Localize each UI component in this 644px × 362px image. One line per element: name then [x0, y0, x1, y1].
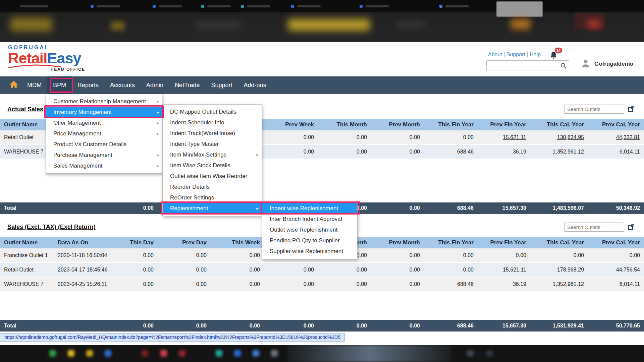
blur-artifact [366, 5, 389, 7]
menu-item-indent-wise-replenishment[interactable]: Indent wise Replenishment [262, 203, 357, 214]
search-outlets-input[interactable] [564, 105, 624, 114]
value-cell: 44,332.81 [588, 130, 644, 144]
expand-report-button[interactable] [628, 223, 635, 231]
menu-item-label: Item Wise Stock Details [170, 162, 230, 169]
menu-item-indent-type-master[interactable]: Indent Type Master [163, 139, 262, 149]
total-value-cell: 0.00 [211, 320, 264, 331]
column-header-this-cal-year[interactable]: This Cal. Year [530, 119, 588, 130]
menu-item-item-wise-stock-details[interactable]: Item Wise Stock Details [163, 160, 262, 171]
taskbar-icon [142, 350, 148, 357]
header-link-about[interactable]: About [488, 52, 502, 57]
menu-item-sales-management[interactable]: Sales Management▸ [46, 161, 162, 171]
value-cell: 0.00 [211, 263, 264, 277]
main-navbar: MDMBPMReportsAccountsAdminNetTradeSuppor… [0, 76, 644, 94]
section-title[interactable]: Actual Sales [7, 106, 43, 113]
column-header-prev-week[interactable]: Prev Week [264, 119, 318, 130]
menu-item-label: Outlet wise Replenishment [270, 227, 337, 233]
menu-item-outlet-wise-replenishment[interactable]: Outlet wise Replenishment [262, 225, 357, 235]
column-header-prev-fin-year[interactable]: Prev Fin Year [478, 119, 530, 130]
column-header-data-as-on[interactable]: Data As On [54, 237, 114, 248]
drilldown-link[interactable]: 6,014.11 [620, 149, 640, 155]
value-cell: 0.00 [424, 248, 478, 262]
tab-favicon [291, 5, 294, 8]
column-header-this-month[interactable]: This Month [318, 119, 371, 130]
blur-artifact [511, 19, 531, 29]
menu-item-product-vs-customer-details[interactable]: Product Vs Customer Details [46, 139, 162, 150]
menu-item-indent-scheduler-info[interactable]: Indent Scheduler Info [163, 117, 262, 128]
user-chip[interactable]: Gofrugaldemo [580, 58, 633, 70]
browser-status-bar: https://hqonlinedemo.gofrugal.com/RayMed… [0, 333, 644, 342]
menu-item-supplier-wise-replenishment[interactable]: Supplier wise Replenishment [262, 246, 357, 257]
gofrugal-logo: GOFRUGAL RetailEasy HEAD OFFICE [8, 45, 89, 72]
menu-item-indent-track-warehouse[interactable]: Indent Track(WareHouse) [163, 128, 262, 139]
outlet-name-cell: Franchise Outlet 1 [0, 248, 54, 262]
menu-item-reorder-details[interactable]: Reorder Details [163, 182, 262, 192]
drilldown-link[interactable]: 15,621.11 [503, 134, 526, 140]
value-cell: 688.46 [424, 277, 478, 291]
menu-item-replenishment[interactable]: Replenishment▸ [163, 203, 262, 214]
drilldown-link[interactable]: 1,352,961.12 [553, 149, 584, 155]
column-header-outlet-name[interactable]: Outlet Name [0, 237, 54, 248]
menu-item-dc-mapped-outlet-details[interactable]: DC Mapped Outlet Details [163, 107, 262, 117]
data-as-on-cell: 2023-04-25 15:26:11 [54, 277, 114, 291]
column-header-prev-fin-year[interactable]: Prev Fin Year [478, 237, 530, 248]
nav-item-nettrade[interactable]: NetTrade [169, 76, 205, 94]
menu-item-label: Indent Track(WareHouse) [170, 130, 235, 136]
menu-item-inter-branch-indent-approval[interactable]: Inter Branch Indent Approval [262, 214, 357, 225]
menu-item-item-min-max-settings[interactable]: Item Min/Max Settings▸ [163, 149, 262, 160]
home-nav-button[interactable] [6, 76, 21, 94]
total-label: Total [0, 202, 54, 214]
menu-item-pending-po-qty-to-supplier[interactable]: Pending PO Qty to Supplier [262, 235, 357, 246]
nav-item-support[interactable]: Support [206, 76, 238, 94]
drilldown-link[interactable]: 688.46 [457, 149, 474, 155]
menu-item-price-management[interactable]: Price Management▸ [46, 128, 162, 139]
nav-item-add-ons[interactable]: Add-ons [238, 76, 272, 94]
drilldown-link[interactable]: 36.19 [513, 149, 526, 155]
app-root: GOFRUGAL RetailEasy HEAD OFFICE About | … [0, 0, 644, 362]
value-cell: 0.00 [371, 145, 424, 159]
menu-item-customer-relationship-management[interactable]: Customer Relationship Management▸ [46, 96, 162, 107]
total-value-cell: 1,531,929.41 [530, 320, 588, 331]
data-as-on-cell: 2023-04-17 18:45:46 [54, 263, 114, 277]
menu-item-inventory-management[interactable]: Inventory Management▸ [46, 107, 162, 118]
header-search-input[interactable] [487, 61, 558, 70]
expand-report-button[interactable] [628, 105, 635, 113]
column-header-prev-cal-year[interactable]: Prev Cal. Year [588, 237, 644, 248]
header-link-help[interactable]: Help [530, 52, 541, 57]
drilldown-link[interactable]: 130,634.95 [557, 134, 584, 140]
nav-item-reports[interactable]: Reports [72, 76, 104, 94]
menu-item-label: Offer Management [53, 120, 101, 126]
column-header-this-cal-year[interactable]: This Cal. Year [530, 237, 588, 248]
taskbar-icon [216, 350, 222, 357]
menu-item-outlet-wise-item-wise-reorder[interactable]: Outlet wise Item Wise Reorder [163, 171, 262, 182]
column-header-this-fin-year[interactable]: This Fin Year [424, 237, 478, 248]
section-title[interactable]: Sales (Excl. TAX) (Excl Return) [7, 224, 96, 231]
drilldown-link[interactable]: 44,332.81 [616, 134, 640, 140]
taskbar-icon [105, 350, 111, 357]
column-header-prev-month[interactable]: Prev Month [371, 119, 424, 130]
blur-artifact [586, 19, 601, 29]
column-header-this-fin-year[interactable]: This Fin Year [424, 119, 478, 130]
column-header-prev-day[interactable]: Prev Day [158, 237, 211, 248]
submenu-arrow-icon: ▸ [157, 161, 159, 171]
link-separator: | [525, 52, 530, 57]
header-link-support[interactable]: Support [506, 52, 525, 57]
column-header-this-day[interactable]: This Day [114, 237, 158, 248]
nav-item-mdm[interactable]: MDM [21, 76, 47, 94]
nav-item-bpm[interactable]: BPM [47, 76, 72, 94]
value-cell: 36.19 [478, 277, 530, 291]
menu-item-offer-management[interactable]: Offer Management▸ [46, 118, 162, 128]
menu-item-reorder-settings[interactable]: ReOrder Settings [163, 192, 262, 203]
nav-item-accounts[interactable]: Accounts [104, 76, 141, 94]
table-total-row: Total0.000.000.000.000.000.00688.4615,65… [0, 320, 644, 331]
nav-item-admin[interactable]: Admin [141, 76, 169, 94]
menu-item-purchase-management[interactable]: Purchase Management▸ [46, 150, 162, 161]
search-outlets-input[interactable] [564, 223, 624, 232]
total-value-cell: 688.46 [424, 320, 478, 331]
column-header-prev-month[interactable]: Prev Month [371, 237, 424, 248]
notification-badge: 14 [555, 48, 562, 53]
column-header-this-week[interactable]: This Week [211, 237, 264, 248]
search-icon[interactable] [560, 62, 567, 70]
bpm-dropdown-menu: Customer Relationship Management▸Invento… [46, 94, 162, 174]
column-header-prev-cal-year[interactable]: Prev Cal. Year [588, 119, 644, 130]
